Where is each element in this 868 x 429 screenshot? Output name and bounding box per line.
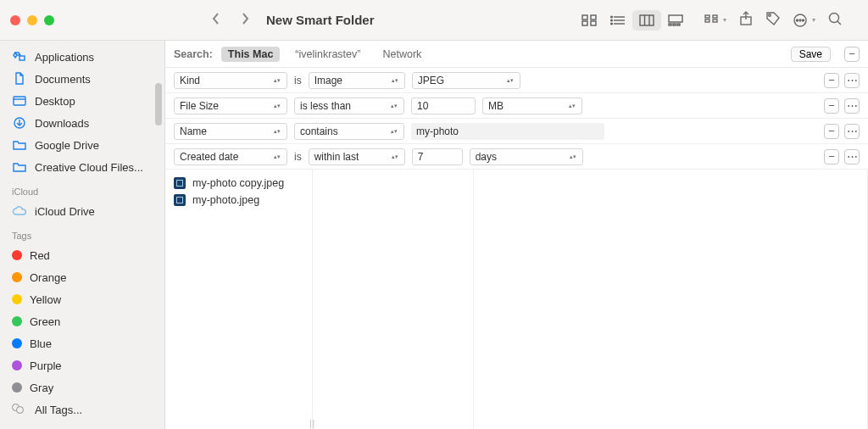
criteria-row: Name▴▾ contains▴▾ − ⋯ xyxy=(165,119,868,144)
add-criterion-button[interactable]: ⋯ xyxy=(844,149,860,164)
value-input[interactable] xyxy=(411,123,604,140)
view-icons-button[interactable] xyxy=(575,10,604,31)
svg-point-23 xyxy=(769,14,771,17)
sidebar-item-applications[interactable]: Applications xyxy=(0,46,164,68)
attribute-select[interactable]: Kind▴▾ xyxy=(174,72,287,89)
sidebar-label: Google Drive xyxy=(35,139,99,152)
window-title: New Smart Folder xyxy=(266,13,575,27)
view-columns-button[interactable] xyxy=(632,10,661,31)
view-gallery-button[interactable] xyxy=(661,10,690,31)
svg-rect-10 xyxy=(640,15,654,25)
sidebar-all-tags[interactable]: All Tags... xyxy=(0,398,164,421)
group-by-button[interactable]: ▾ xyxy=(704,13,726,28)
tag-dot-icon xyxy=(12,250,22,260)
sidebar-item-documents[interactable]: Documents xyxy=(0,68,164,90)
close-window-button[interactable] xyxy=(10,15,20,25)
scope-this-mac[interactable]: This Mac xyxy=(221,47,281,62)
value-input[interactable] xyxy=(411,98,476,114)
sidebar-label: Orange xyxy=(30,271,66,284)
results-column-view: my-photo copy.jpeg my-photo.jpeg || xyxy=(165,170,868,429)
unit-select[interactable]: MB▴▾ xyxy=(482,98,582,114)
cloud-icon xyxy=(12,205,27,217)
share-button[interactable] xyxy=(738,11,754,29)
sidebar-label: Creative Cloud Files... xyxy=(35,161,143,174)
scope-network[interactable]: Network xyxy=(376,47,428,62)
remove-rule-button[interactable]: − xyxy=(844,47,860,62)
file-item[interactable]: my-photo.jpeg xyxy=(165,192,312,209)
sidebar-item-creative-cloud[interactable]: Creative Cloud Files... xyxy=(0,156,164,178)
value-select-2[interactable]: JPEG▴▾ xyxy=(412,72,520,89)
sidebar-label: Yellow xyxy=(30,293,61,306)
svg-rect-15 xyxy=(673,24,676,25)
tag-dot-icon xyxy=(12,338,22,348)
scope-user[interactable]: “ivelinkrastev” xyxy=(288,47,367,62)
value-select[interactable]: within last▴▾ xyxy=(309,148,405,165)
sidebar-tag-orange[interactable]: Orange xyxy=(0,266,164,288)
svg-rect-31 xyxy=(14,97,25,105)
sidebar-scrollbar[interactable] xyxy=(155,83,162,125)
sidebar-label: Purple xyxy=(30,359,62,372)
attribute-select[interactable]: Name▴▾ xyxy=(174,123,287,140)
sidebar-tag-red[interactable]: Red xyxy=(0,244,164,266)
attribute-select[interactable]: File Size▴▾ xyxy=(174,98,287,114)
sidebar-tag-yellow[interactable]: Yellow xyxy=(0,288,164,310)
zoom-window-button[interactable] xyxy=(44,15,54,25)
desktop-icon xyxy=(12,95,27,107)
svg-point-25 xyxy=(797,20,798,21)
attribute-select[interactable]: Created date▴▾ xyxy=(174,148,287,165)
remove-criterion-button[interactable]: − xyxy=(824,124,839,139)
file-name: my-photo copy.jpeg xyxy=(192,177,284,189)
sidebar-label: Documents xyxy=(35,73,91,86)
sidebar-label: Gray xyxy=(30,382,53,394)
svg-rect-14 xyxy=(669,24,671,25)
nav-back-button[interactable] xyxy=(210,10,222,30)
value-select[interactable]: Image▴▾ xyxy=(309,72,405,89)
unit-select[interactable]: days▴▾ xyxy=(470,148,583,165)
file-item[interactable]: my-photo copy.jpeg xyxy=(165,175,312,192)
svg-point-26 xyxy=(799,20,801,21)
tag-dot-icon xyxy=(12,272,22,282)
all-tags-icon xyxy=(12,404,27,415)
sidebar-tag-gray[interactable]: Gray xyxy=(0,376,164,398)
app-icon xyxy=(12,51,27,63)
view-list-button[interactable] xyxy=(604,10,632,31)
sidebar-label: iCloud Drive xyxy=(35,205,95,218)
search-scope-bar: Search: This Mac “ivelinkrastev” Network… xyxy=(165,41,868,68)
remove-criterion-button[interactable]: − xyxy=(824,73,839,88)
results-column[interactable] xyxy=(474,170,868,429)
add-criterion-button[interactable]: ⋯ xyxy=(844,73,860,88)
tags-button[interactable] xyxy=(765,11,781,29)
svg-rect-0 xyxy=(582,15,587,20)
sidebar-item-desktop[interactable]: Desktop xyxy=(0,90,164,112)
folder-icon xyxy=(12,139,27,151)
jpeg-thumbnail-icon xyxy=(174,177,186,189)
criteria-join: is xyxy=(294,151,302,163)
add-criterion-button[interactable]: ⋯ xyxy=(844,98,860,114)
remove-criterion-button[interactable]: − xyxy=(824,98,839,114)
nav-forward-button[interactable] xyxy=(239,10,251,30)
results-column[interactable]: my-photo copy.jpeg my-photo.jpeg xyxy=(165,170,313,429)
sidebar-tag-purple[interactable]: Purple xyxy=(0,354,164,376)
save-button[interactable]: Save xyxy=(791,47,831,62)
comparison-select[interactable]: contains▴▾ xyxy=(294,123,404,140)
sidebar-item-icloud-drive[interactable]: iCloud Drive xyxy=(0,200,164,222)
svg-point-9 xyxy=(611,23,613,25)
sidebar-tag-blue[interactable]: Blue xyxy=(0,332,164,354)
sidebar-label: Red xyxy=(30,249,50,262)
minimize-window-button[interactable] xyxy=(27,15,37,25)
search-label: Search: xyxy=(174,48,213,60)
value-input[interactable] xyxy=(412,148,463,165)
svg-rect-1 xyxy=(591,15,596,20)
tag-dot-icon xyxy=(12,294,22,304)
sidebar-item-downloads[interactable]: Downloads xyxy=(0,112,164,134)
comparison-select[interactable]: is less than▴▾ xyxy=(294,98,404,114)
sidebar-tag-green[interactable]: Green xyxy=(0,310,164,332)
remove-criterion-button[interactable]: − xyxy=(824,149,839,164)
add-criterion-button[interactable]: ⋯ xyxy=(844,124,860,139)
search-button[interactable] xyxy=(827,11,843,29)
column-resize-handle[interactable]: || xyxy=(309,419,315,428)
sidebar-item-google-drive[interactable]: Google Drive xyxy=(0,134,164,156)
action-menu-button[interactable]: ▾ xyxy=(793,13,815,28)
chevron-down-icon: ▾ xyxy=(723,16,726,24)
results-column[interactable] xyxy=(313,170,474,429)
